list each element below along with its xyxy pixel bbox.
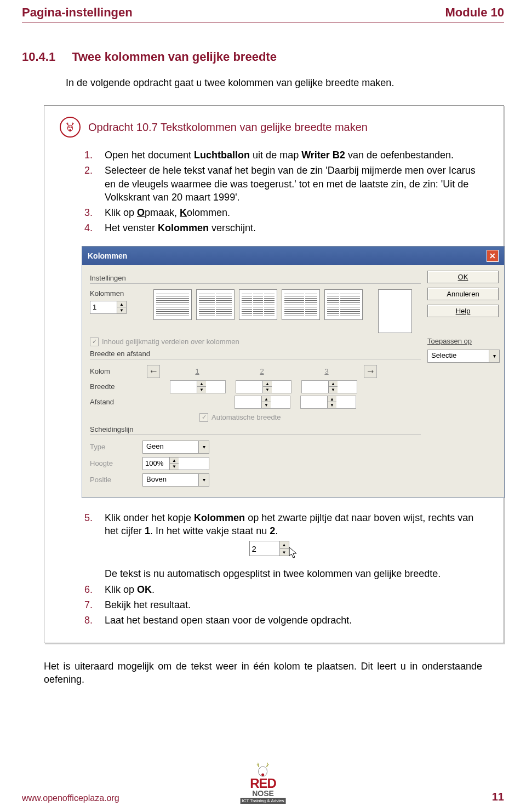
step-number: 5. xyxy=(82,511,93,538)
header-left: Pagina-instellingen xyxy=(22,5,133,20)
example-spin-value xyxy=(250,541,279,556)
section-title: Twee kolommen van gelijke breedte xyxy=(72,50,277,64)
width-2: ▲▼ xyxy=(236,380,291,393)
row-height: Hoogte xyxy=(90,459,137,467)
distribute-checkbox: ✓ xyxy=(90,338,99,346)
section-number: 10.4.1 xyxy=(22,50,55,64)
row-afstand: Afstand xyxy=(90,398,137,406)
spin-up-icon[interactable]: ▲ xyxy=(117,301,126,308)
apply-label: Toepassen op xyxy=(427,337,499,345)
row-type: Type xyxy=(90,443,137,451)
header-right: Module 10 xyxy=(445,5,504,20)
spinner-example: ▲▼ xyxy=(60,541,488,559)
group-settings: Instellingen xyxy=(90,274,421,284)
svg-point-2 xyxy=(68,127,69,127)
step-text: Open het document Luchtballon uit de map… xyxy=(105,148,488,162)
step-number xyxy=(82,567,93,580)
step-text: Laat het bestand open staan voor de volg… xyxy=(105,614,488,627)
help-button[interactable]: Help xyxy=(427,305,499,317)
step-text: De tekst is nu automatisch opgesplitst i… xyxy=(105,567,488,580)
page-preview xyxy=(378,289,412,333)
footer-page: 11 xyxy=(492,791,504,803)
col-prev-icon: 🡐 xyxy=(147,365,160,378)
row-kolom: Kolom xyxy=(90,367,137,375)
preset-2col-left[interactable] xyxy=(282,289,320,320)
preset-1col[interactable] xyxy=(153,289,192,320)
svg-point-3 xyxy=(71,127,71,127)
close-icon[interactable]: ✕ xyxy=(487,250,499,262)
step-text: Het venster Kolommen verschijnt. xyxy=(105,221,488,235)
footer-logo: RED NOSE ICT Training & Advies xyxy=(241,759,286,803)
preset-2col-right[interactable] xyxy=(324,289,363,320)
step-number: 6. xyxy=(82,583,93,596)
step-text: Bekijk het resultaat. xyxy=(105,598,488,611)
step-text: Klik onder het kopje Kolommen op het zwa… xyxy=(105,511,488,538)
svg-point-1 xyxy=(70,129,71,130)
cancel-button[interactable]: Annuleren xyxy=(427,288,499,300)
step-number: 8. xyxy=(82,614,93,627)
col-num-1: 1 xyxy=(170,367,225,375)
label-columns: Kolommen xyxy=(90,289,137,298)
intro-text: In de volgende opdracht gaat u twee kolo… xyxy=(66,77,504,89)
step-number: 1. xyxy=(82,148,93,162)
group-line: Scheidingslijn xyxy=(90,425,421,435)
step-number: 7. xyxy=(82,598,93,611)
col-num-2: 2 xyxy=(235,367,289,375)
distribute-label: Inhoud gelijkmatig verdelen over kolomme… xyxy=(102,338,239,346)
apply-dropdown[interactable]: Selectie▾ xyxy=(427,350,500,363)
cursor-icon xyxy=(288,546,299,559)
spin-down-icon[interactable]: ▼ xyxy=(117,307,126,313)
height-spinner: ▲▼ xyxy=(142,457,209,470)
columns-spinner[interactable]: ▲▼ xyxy=(90,301,127,314)
preset-2col[interactable] xyxy=(196,289,235,320)
assignment-title: Opdracht 10.7 Tekstkolommen van gelijke … xyxy=(88,121,368,134)
columns-value[interactable] xyxy=(90,301,117,313)
step-number: 4. xyxy=(82,221,93,235)
spin-down-icon: ▼ xyxy=(280,549,289,556)
spin-up-icon: ▲ xyxy=(280,541,289,549)
dialog-title: Kolommen xyxy=(88,251,127,260)
gap-1: ▲▼ xyxy=(235,396,290,409)
header-rule xyxy=(22,22,504,22)
columns-dialog: Kolommen ✕ Instellingen Kolommen ▲▼ xyxy=(82,246,505,498)
auto-width-label: Automatische breedte xyxy=(211,413,281,421)
reindeer-icon xyxy=(60,117,81,138)
step-text: Klik op OK. xyxy=(105,583,488,596)
col-next-icon: 🡒 xyxy=(364,365,377,378)
col-num-3: 3 xyxy=(299,367,354,375)
step-text: Klik op Opmaak, Kolommen. xyxy=(105,206,488,219)
auto-width-checkbox: ✓ xyxy=(199,413,208,422)
step-number: 3. xyxy=(82,206,93,219)
pos-dropdown: Boven▾ xyxy=(142,473,209,487)
width-1: ▲▼ xyxy=(170,380,226,393)
type-dropdown: Geen▾ xyxy=(142,441,209,454)
width-3: ▲▼ xyxy=(301,380,357,393)
preset-3col[interactable] xyxy=(239,289,277,320)
assignment-box: Opdracht 10.7 Tekstkolommen van gelijke … xyxy=(44,105,504,643)
step-number: 2. xyxy=(82,164,93,204)
footer-url: www.openofficeplaza.org xyxy=(22,793,119,803)
group-width: Breedte en afstand xyxy=(90,350,421,359)
row-breedte: Breedte xyxy=(90,382,137,391)
ok-button[interactable]: OK xyxy=(427,271,499,283)
gap-2: ▲▼ xyxy=(300,396,356,409)
row-pos: Positie xyxy=(90,476,137,484)
step-text: Selecteer de hele tekst vanaf het begin … xyxy=(105,164,488,204)
closing-text: Het is uiteraard mogelijk om de tekst we… xyxy=(44,660,482,687)
